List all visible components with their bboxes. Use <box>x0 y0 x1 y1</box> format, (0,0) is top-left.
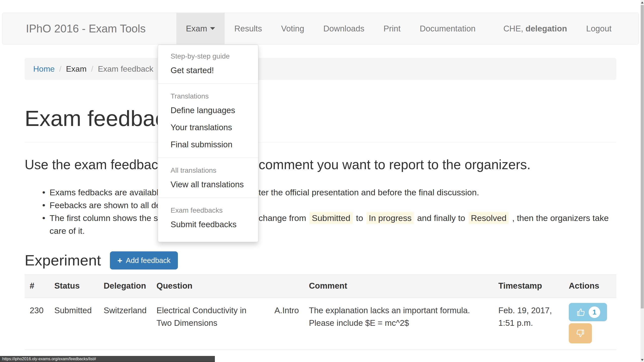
feedback-table: # Status Delegation Question Comment Tim… <box>25 275 616 350</box>
dropdown-item-final-submission[interactable]: Final submission <box>158 136 258 153</box>
scroll-up-arrow-icon[interactable] <box>641 2 643 4</box>
status-badge-in-progress: In progress <box>367 212 414 224</box>
col-header-status: Status <box>49 275 99 298</box>
status-url: https://ipho2016.oly-exams.org/exam/feed… <box>2 357 96 361</box>
dropdown-header-exam-feedbacks: Exam feedbacks <box>158 202 258 216</box>
col-header-actions: Actions <box>564 275 616 298</box>
experiment-heading: Experiment <box>25 251 101 269</box>
bullet3-right: change from Submitted to In progress and… <box>259 212 609 224</box>
lead-right-fragment: comment you want to report to the organi… <box>259 157 531 172</box>
dropdown-item-submit-feedbacks[interactable]: Submit feedbacks <box>158 216 258 233</box>
nav-item-results[interactable]: Results <box>225 13 271 44</box>
exam-dropdown-menu: Step-by-step guide Get started! Translat… <box>158 44 258 242</box>
status-badge-resolved: Resolved <box>469 212 509 224</box>
col-header-comment: Comment <box>304 275 493 298</box>
cell-num: 230 <box>25 298 49 350</box>
cell-actions: 1 <box>564 298 616 350</box>
dropdown-header-translations: Translations <box>158 88 258 102</box>
dropdown-header-step-guide: Step-by-step guide <box>158 48 258 62</box>
user-role: delegation <box>526 24 567 33</box>
navbar: IPhO 2016 - Exam Tools Exam Results Voti… <box>2 13 639 44</box>
breadcrumb: Home / Exam / Exam feedback <box>25 58 616 80</box>
add-feedback-label: Add feedback <box>126 256 170 265</box>
browser-status-bar: https://ipho2016.oly-exams.org/exam/feed… <box>0 356 215 362</box>
breadcrumb-current: Exam feedback <box>98 64 153 74</box>
breadcrumb-separator: / <box>55 64 66 74</box>
logout-button[interactable]: Logout <box>577 13 621 44</box>
table-row: 230 Submitted Switzerland Electrical Con… <box>25 298 616 350</box>
dropdown-item-view-all-translations[interactable]: View all translations <box>158 176 258 193</box>
page-scrollbar[interactable] <box>640 0 644 362</box>
dislike-button[interactable] <box>569 323 592 343</box>
bullet1-right: ter the official presentation and before… <box>259 186 479 199</box>
like-count-badge: 1 <box>589 306 600 318</box>
user-delegation-label: CHE, delegation <box>494 13 577 44</box>
table-header-row: # Status Delegation Question Comment Tim… <box>25 275 616 298</box>
cell-timestamp: Feb. 19, 2017, 1:51 p.m. <box>493 298 564 350</box>
experiment-section-header: Experiment + Add feedback <box>25 251 178 269</box>
dropdown-item-define-languages[interactable]: Define languages <box>158 102 258 119</box>
cell-comment: The explanation lacks an important formu… <box>304 298 493 350</box>
nav-item-documentation[interactable]: Documentation <box>410 13 485 44</box>
app-brand[interactable]: IPhO 2016 - Exam Tools <box>2 13 146 44</box>
user-country-code: CHE, <box>503 24 523 33</box>
breadcrumb-exam: Exam <box>66 64 87 74</box>
nav-item-print[interactable]: Print <box>374 13 410 44</box>
info-bullet-list: Exams fedbacks are availabl ter the offi… <box>25 186 616 237</box>
nav-item-voting[interactable]: Voting <box>272 13 314 44</box>
nav-item-exam-label: Exam <box>186 24 207 33</box>
dropdown-header-all-translations: All translations <box>158 162 258 176</box>
thumbs-down-icon <box>575 328 586 339</box>
title-divider <box>25 142 616 143</box>
lead-text: Use the exam feedbac comment you want to… <box>25 157 616 172</box>
dropdown-item-your-translations[interactable]: Your translations <box>158 119 258 136</box>
col-header-delegation: Delegation <box>99 275 151 298</box>
cell-question-part: A.Intro <box>269 298 304 350</box>
cell-question: Electrical Conductivity in Two Dimension… <box>151 298 269 350</box>
bullet3-left: The first column shows the s <box>50 213 158 223</box>
like-button[interactable]: 1 <box>569 303 607 321</box>
breadcrumb-separator: / <box>87 64 98 74</box>
nav-right-group: CHE, delegation Logout <box>494 13 621 44</box>
breadcrumb-home-link[interactable]: Home <box>33 64 55 74</box>
bullet3-line2: care of it. <box>50 224 616 237</box>
plus-icon: + <box>117 256 122 265</box>
thumbs-up-icon <box>576 307 586 318</box>
list-item: The first column shows the s change from… <box>25 212 616 237</box>
col-header-num: # <box>25 275 49 298</box>
nav-item-exam[interactable]: Exam <box>176 13 225 44</box>
bullet3-mid2: and finally to <box>417 213 465 223</box>
col-header-question: Question <box>151 275 304 298</box>
col-header-timestamp: Timestamp <box>493 275 564 298</box>
cell-status: Submitted <box>49 298 99 350</box>
bullet1-left: Exams fedbacks are availabl <box>50 188 158 197</box>
list-item: Feebacks are shown to all de <box>25 199 616 212</box>
cell-delegation: Switzerland <box>99 298 151 350</box>
nav-menu: Exam Results Voting Downloads Print Docu… <box>176 13 485 44</box>
page-title: Exam feedback <box>25 106 177 131</box>
dropdown-divider <box>158 83 258 84</box>
list-item: Exams fedbacks are availabl ter the offi… <box>25 186 616 199</box>
dropdown-divider <box>158 198 258 198</box>
bullet3-pre: change from <box>259 213 306 223</box>
add-feedback-button[interactable]: + Add feedback <box>110 251 178 269</box>
dropdown-divider <box>158 158 258 158</box>
nav-item-downloads[interactable]: Downloads <box>314 13 374 44</box>
status-badge-submitted: Submitted <box>309 212 352 224</box>
bullet2-text: Feebacks are shown to all de <box>50 200 161 210</box>
lead-left-fragment: Use the exam feedbac <box>25 157 158 172</box>
caret-down-icon <box>210 27 215 30</box>
bullet3-post: , then the organizers take <box>512 213 609 223</box>
dropdown-item-get-started[interactable]: Get started! <box>158 62 258 79</box>
scroll-down-arrow-icon[interactable] <box>641 359 643 361</box>
bullet3-mid1: to <box>356 213 363 223</box>
scrollbar-thumb[interactable] <box>641 5 644 308</box>
